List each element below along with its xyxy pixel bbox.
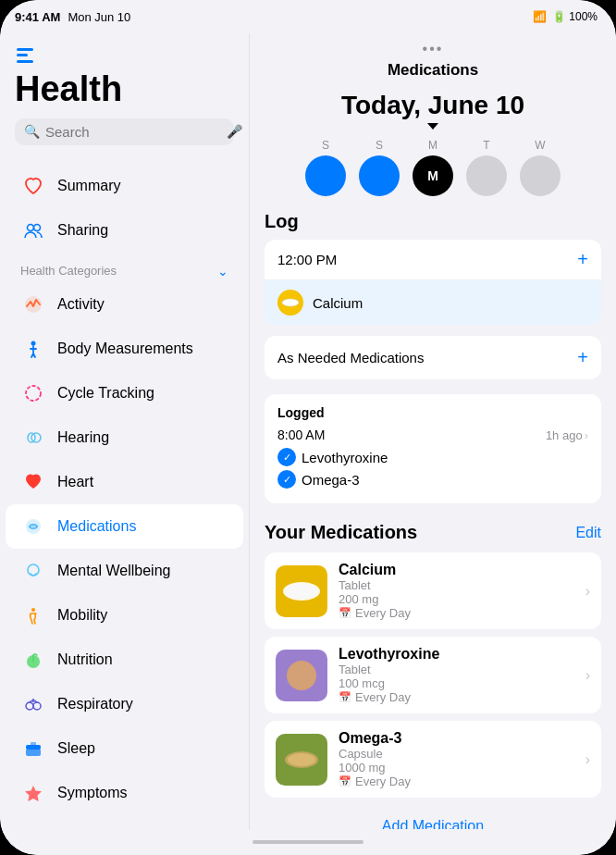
- body-icon: [20, 336, 46, 362]
- sidebar-toggle-icon[interactable]: [15, 44, 41, 67]
- week-dot-3: [466, 155, 507, 196]
- log-card-noon: 12:00 PM + Calcium: [265, 240, 601, 325]
- sidebar-item-heart[interactable]: Heart: [6, 460, 243, 504]
- week-day-label-2: M: [428, 139, 437, 152]
- sidebar-header: Health 🔍 🎤: [0, 70, 249, 156]
- sidebar-item-cycle[interactable]: Cycle Tracking: [6, 371, 243, 415]
- svg-rect-17: [31, 742, 36, 746]
- sidebar-item-body[interactable]: Body Measurements: [6, 327, 243, 371]
- add-medication-button[interactable]: Add Medication: [265, 805, 601, 829]
- nutrition-icon: [20, 647, 46, 673]
- logged-med-name-omega: Omega-3: [302, 472, 360, 488]
- sidebar-item-respiratory[interactable]: Respiratory: [6, 682, 243, 726]
- sidebar-item-nutrition[interactable]: Nutrition: [6, 638, 243, 682]
- log-add-button[interactable]: +: [577, 249, 588, 270]
- device-frame: 9:41 AM Mon Jun 10 📶 🔋 100% Health 🔍: [0, 0, 616, 855]
- week-day-1[interactable]: S: [359, 139, 400, 196]
- logged-med-omega[interactable]: ✓ Omega-3: [277, 470, 588, 489]
- week-day-label-1: S: [376, 139, 383, 152]
- med-card-omega[interactable]: Omega-3 Capsule 1000 mg 📅 Every Day ›: [265, 721, 601, 798]
- your-medications-header: Your Medications Edit: [265, 522, 601, 543]
- med-card-levothyroxine[interactable]: Levothyroxine Tablet 100 mcg 📅 Every Day…: [265, 637, 601, 713]
- check-icon-omega: ✓: [277, 470, 296, 489]
- omega-name: Omega-3: [339, 730, 574, 747]
- edit-medications-button[interactable]: Edit: [575, 525, 601, 541]
- sidebar-item-mental[interactable]: Mental Wellbeing: [6, 549, 243, 593]
- symptoms-icon: [20, 780, 46, 806]
- heart-outline-icon: [20, 173, 46, 199]
- mental-icon: [20, 558, 46, 584]
- sidebar-item-medications[interactable]: Medications: [6, 504, 243, 549]
- summary-label: Summary: [57, 178, 120, 194]
- sidebar-item-vitals[interactable]: Vitals: [6, 815, 243, 829]
- sidebar-item-activity[interactable]: Activity: [6, 282, 243, 327]
- activity-icon: [20, 291, 46, 317]
- log-time-noon: 12:00 PM: [277, 252, 337, 267]
- health-categories-chevron[interactable]: ⌄: [217, 264, 228, 279]
- svg-point-8: [31, 525, 36, 527]
- week-day-2[interactable]: M M: [413, 139, 453, 196]
- svg-point-24: [282, 299, 299, 306]
- sidebar-item-symptoms[interactable]: Symptoms: [6, 771, 243, 815]
- health-categories-label: Health Categories: [20, 264, 117, 278]
- svg-point-0: [28, 224, 34, 230]
- search-input[interactable]: [45, 124, 221, 140]
- date-header: Today, June 10: [250, 87, 616, 128]
- medications-label: Medications: [57, 518, 136, 535]
- sidebar-item-summary[interactable]: Summary: [6, 164, 243, 208]
- sharing-label: Sharing: [57, 222, 108, 239]
- content-top-bar: •••: [250, 33, 616, 61]
- calcium-type: Tablet: [339, 578, 574, 592]
- home-bar: [253, 840, 363, 844]
- search-box[interactable]: 🔍 🎤: [15, 118, 234, 145]
- log-med-row-calcium[interactable]: Calcium: [265, 280, 601, 325]
- mic-icon[interactable]: 🎤: [227, 124, 242, 139]
- week-row: S S M M T W: [250, 128, 616, 211]
- heart-label: Heart: [57, 474, 93, 490]
- week-dot-current: M: [413, 155, 453, 196]
- logged-header: Logged: [277, 405, 588, 420]
- calcium-name: Calcium: [339, 562, 574, 578]
- logged-card: Logged 8:00 AM 1h ago › ✓ Levothyroxine …: [265, 394, 601, 503]
- main-layout: Health 🔍 🎤 Summary: [0, 33, 616, 829]
- body-label: Body Measurements: [57, 341, 193, 357]
- sidebar-item-sharing[interactable]: Sharing: [6, 208, 243, 253]
- week-dot-4: [520, 155, 561, 196]
- week-day-0[interactable]: S: [305, 139, 346, 196]
- as-needed-label: As Needed Medications: [277, 350, 424, 366]
- content-area: ••• Medications Today, June 10 S S M: [250, 33, 616, 829]
- respiratory-label: Respiratory: [57, 696, 133, 712]
- check-icon-levo: ✓: [277, 448, 296, 466]
- week-day-label-4: W: [535, 139, 545, 152]
- calcium-schedule: 📅 Every Day: [339, 606, 574, 620]
- logged-time: 8:00 AM: [277, 428, 325, 442]
- week-day-4[interactable]: W: [520, 139, 561, 196]
- status-time: 9:41 AM: [15, 10, 60, 24]
- cycle-icon: [20, 380, 46, 406]
- sidebar-item-hearing[interactable]: Hearing: [6, 415, 243, 460]
- calendar-icon: 📅: [339, 607, 351, 619]
- sidebar-item-mobility[interactable]: Mobility: [6, 593, 243, 638]
- med-card-calcium[interactable]: Calcium Tablet 200 mg 📅 Every Day ›: [265, 552, 601, 629]
- sidebar-item-sleep[interactable]: Sleep: [6, 726, 243, 771]
- omega-chevron: ›: [585, 751, 590, 768]
- log-time-row: 12:00 PM +: [265, 240, 601, 280]
- your-medications-title: Your Medications: [265, 522, 417, 543]
- omega-dose: 1000 mg: [339, 761, 574, 774]
- calcium-info: Calcium Tablet 200 mg 📅 Every Day: [339, 562, 574, 620]
- week-day-3[interactable]: T: [466, 139, 507, 196]
- logged-med-levothyroxine[interactable]: ✓ Levothyroxine: [277, 448, 588, 466]
- status-icons: 📶 🔋 100%: [533, 10, 598, 23]
- week-day-label-3: T: [483, 139, 489, 152]
- sidebar-nav: Summary Sharing H: [0, 156, 249, 829]
- levothyroxine-info: Levothyroxine Tablet 100 mcg 📅 Every Day: [339, 646, 574, 704]
- calcium-dose: 200 mg: [339, 592, 574, 606]
- as-needed-row[interactable]: As Needed Medications +: [265, 336, 601, 379]
- log-section: Log 12:00 PM + Calcium: [250, 211, 616, 394]
- your-medications-section: Your Medications Edit Calcium Tablet: [250, 522, 616, 829]
- more-options-icon[interactable]: •••: [423, 41, 444, 57]
- people-icon: [20, 217, 46, 243]
- as-needed-add-button[interactable]: +: [577, 347, 588, 368]
- status-date: Mon Jun 10: [68, 10, 130, 24]
- levothyroxine-type: Tablet: [339, 663, 574, 676]
